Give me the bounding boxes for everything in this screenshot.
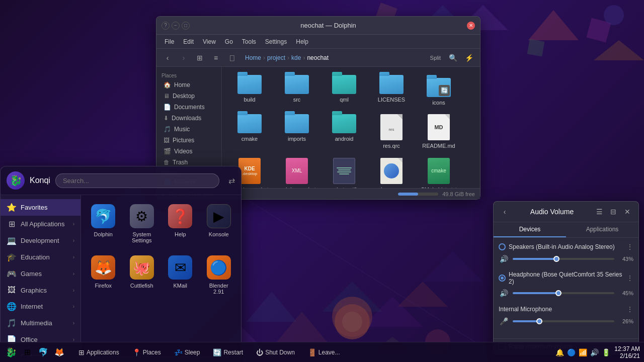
konqi-sidebar-internet[interactable]: 🌐 Internet › <box>1 298 80 315</box>
app-cuttlefish[interactable]: 🐙 Cuttlefish <box>125 251 159 299</box>
konqi-sidebar-all-apps[interactable]: ⊞ All Applications › <box>1 216 80 232</box>
sidebar-videos[interactable]: 🎬Videos <box>158 146 219 157</box>
audio-back-button[interactable]: ‹ <box>499 206 511 218</box>
mic-menu-icon[interactable]: ⋮ <box>626 305 633 313</box>
konqi-sidebar-multimedia[interactable]: 🎵 Multimedia › <box>1 315 80 331</box>
file-licenses[interactable]: LICENSES <box>369 72 414 109</box>
sidebar-desktop[interactable]: 🖥Desktop <box>158 90 219 102</box>
mic-slider[interactable] <box>513 320 614 322</box>
taskbar-firefox-icon[interactable]: 🦊 <box>52 345 66 359</box>
konqi-sidebar-favorites[interactable]: ⭐ Favorites <box>1 199 80 216</box>
sidebar-music[interactable]: 🎵Music <box>158 124 219 135</box>
file-build[interactable]: build <box>227 72 272 109</box>
menu-go[interactable]: Go <box>221 37 237 46</box>
file-src[interactable]: src <box>274 72 319 109</box>
breadcrumb-kde[interactable]: kde <box>291 54 301 61</box>
menu-settings[interactable]: Settings <box>261 37 291 46</box>
headphone-slider[interactable] <box>513 292 614 294</box>
file-icons[interactable]: 🔄 icons <box>416 72 461 109</box>
konqi-sidebar-edu[interactable]: 🎓 Education › <box>1 249 80 265</box>
file-resqrc[interactable]: res res.qrc <box>369 111 414 152</box>
arrow-icon: › <box>73 221 74 227</box>
tray-icon-battery[interactable]: 🔋 <box>602 348 610 356</box>
app-firefox[interactable]: 🦊 Firefox <box>86 251 121 299</box>
tray-icon-network[interactable]: 📶 <box>579 348 587 356</box>
file-cmakelists[interactable]: cmake CMakeLists.txt <box>416 155 461 188</box>
view-icons-button[interactable]: ⊞ <box>193 51 207 65</box>
tray-icon-volume[interactable]: 🔊 <box>590 348 599 356</box>
search-button[interactable]: 🔍 <box>446 51 460 65</box>
konqi-sidebar-graphics[interactable]: 🖼 Graphics › <box>1 282 80 298</box>
headphone-menu-icon[interactable]: ⋮ <box>626 274 633 282</box>
app-help[interactable]: ❓ Help <box>163 200 198 247</box>
taskbar-start-icon[interactable]: 🐉 <box>4 345 18 359</box>
window-close-button[interactable]: ✕ <box>467 22 475 30</box>
menu-view[interactable]: View <box>199 37 220 46</box>
app-kmail[interactable]: ✉ KMail <box>163 251 198 299</box>
audio-tab-applications[interactable]: Applications <box>566 222 638 237</box>
audio-panel: ‹ Audio Volume ☰ ⊟ ✕ Devices Application… <box>493 201 639 354</box>
audio-tab-devices[interactable]: Devices <box>494 222 566 237</box>
sidebar-home[interactable]: 🏠Home <box>158 79 219 90</box>
audio-close-button[interactable]: ✕ <box>621 206 633 218</box>
file-readme[interactable]: MD README.md <box>416 111 461 152</box>
taskbar-dolphin-icon[interactable]: 🐬 <box>36 345 50 359</box>
app-konsole[interactable]: ▶ Konsole <box>202 200 236 247</box>
view-list-button[interactable]: ≡ <box>209 51 223 65</box>
konqi-options-button[interactable]: ⇄ <box>228 176 235 186</box>
audio-config-button[interactable]: ⊟ <box>607 206 619 218</box>
window-maximize-button[interactable]: □ <box>182 22 190 30</box>
speakers-menu-icon[interactable]: ⋮ <box>626 243 633 251</box>
help-app-icon: ❓ <box>168 204 192 228</box>
konqi-sidebar-dev[interactable]: 💻 Development › <box>1 232 80 249</box>
konqi-name: Konqi <box>30 176 50 185</box>
menu-help[interactable]: Help <box>292 37 312 46</box>
headphone-radio[interactable] <box>499 275 506 282</box>
app-dolphin[interactable]: 🐬 Dolphin <box>86 200 121 247</box>
konqi-sidebar-games[interactable]: 🎮 Games › <box>1 265 80 282</box>
taskbar-shutdown-button[interactable]: ⏻ Shut Down <box>251 346 300 358</box>
taskbar-leave-button[interactable]: 🚪 Leave... <box>303 346 345 358</box>
breadcrumb-project[interactable]: project <box>267 54 285 61</box>
forward-button[interactable]: › <box>177 51 191 65</box>
window-minimize-button[interactable]: − <box>172 22 180 30</box>
sidebar-documents[interactable]: 📄Documents <box>158 102 219 113</box>
taskbar-left: 🐉 ⊞ 🐬 🦊 ⊞ Applications 📍 Places 💤 Sleep … <box>4 345 555 359</box>
menu-edit[interactable]: Edit <box>179 37 198 46</box>
file-android[interactable]: android <box>321 111 367 152</box>
tray-icon-1[interactable]: 🔔 <box>555 348 564 356</box>
filter-button[interactable]: ⚡ <box>462 51 476 65</box>
file-notifyrc[interactable]: neochat.notifyrc <box>321 155 367 188</box>
firefox-app-label: Firefox <box>95 283 112 289</box>
svg-marker-3 <box>594 40 644 60</box>
speakers-slider-fill <box>513 258 556 260</box>
taskbar-places-button[interactable]: 📍 Places <box>127 346 166 358</box>
file-appdata[interactable]: XML org.kde.neochat.appdata.xml <box>274 155 319 188</box>
file-cmake[interactable]: cmake <box>227 111 272 152</box>
split-button[interactable]: Split <box>427 51 444 65</box>
sidebar-pictures[interactable]: 🖼Pictures <box>158 135 219 146</box>
file-qml[interactable]: qml <box>321 72 367 109</box>
speakers-slider[interactable] <box>513 258 614 260</box>
taskbar-kwin-icon[interactable]: ⊞ <box>20 345 34 359</box>
speakers-radio[interactable] <box>499 243 506 250</box>
taskbar-restart-button[interactable]: 🔄 Restart <box>208 346 248 358</box>
view-column-button[interactable]: ⎕ <box>225 51 239 65</box>
back-button[interactable]: ‹ <box>160 51 175 65</box>
menu-tools[interactable]: Tools <box>238 37 260 46</box>
taskbar-applications-button[interactable]: ⊞ Applications <box>73 346 124 358</box>
tray-icon-bluetooth[interactable]: 🔵 <box>567 348 576 356</box>
file-logopng[interactable]: logo.png <box>369 155 414 188</box>
app-blender[interactable]: 🔵 Blender 2.91 <box>202 251 236 299</box>
menu-file[interactable]: File <box>160 37 178 46</box>
file-imports[interactable]: imports <box>274 111 319 152</box>
audio-device-speakers: Speakers (Built-in Audio Analog Stereo) … <box>499 243 633 264</box>
audio-menu-button[interactable]: ☰ <box>593 206 605 218</box>
app-system-settings[interactable]: ⚙ System Settings <box>125 200 159 247</box>
breadcrumb-home[interactable]: Home <box>245 54 261 61</box>
sidebar-downloads[interactable]: ⬇Downloads <box>158 113 219 124</box>
taskbar-sleep-button[interactable]: 💤 Sleep <box>169 346 205 358</box>
arrow-icon-internet: › <box>73 304 74 309</box>
konqi-search-input[interactable] <box>55 173 219 188</box>
window-info-button[interactable]: ? <box>162 22 170 30</box>
